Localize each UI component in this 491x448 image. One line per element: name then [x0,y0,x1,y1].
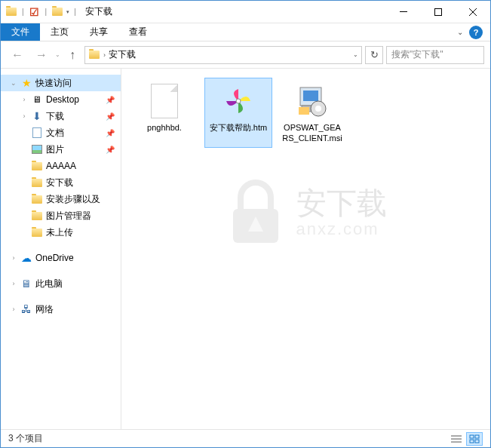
breadcrumb[interactable]: 安下载 [109,48,136,61]
up-button[interactable]: ↑ [63,46,81,64]
svg-rect-15 [470,435,474,438]
maximize-button[interactable] [421,1,456,23]
lock-icon [226,179,286,247]
cloud-icon: ☁ [20,252,32,264]
svg-point-4 [236,99,241,103]
tab-share[interactable]: 共享 [79,23,118,41]
forward-button[interactable]: → [31,44,52,66]
file-item[interactable]: OPSWAT_GEARS_CLIENT.msi [278,78,346,148]
close-icon [469,8,477,16]
sidebar-item-label: 图片管理器 [46,210,121,222]
sidebar-item-pictures[interactable]: 图片 📌 [1,141,121,158]
svg-rect-11 [233,209,278,243]
item-count: 3 个项目 [8,432,43,445]
search-placeholder: 搜索"安下载" [391,48,443,61]
folder-icon[interactable] [51,6,63,18]
file-thumbnail [219,81,258,121]
sidebar-item-label: 文档 [46,127,103,140]
folder-icon [31,176,43,189]
sidebar-item-downloads[interactable]: › ⬇ 下载 📌 [1,108,121,124]
sidebar-item-this-pc[interactable]: › 🖥 此电脑 [1,275,121,292]
expand-icon[interactable]: › [20,112,28,120]
download-icon: ⬇ [31,110,43,122]
minimize-icon [400,11,407,12]
pin-icon: 📌 [106,146,115,154]
minimize-button[interactable] [386,1,421,23]
sidebar-item-network[interactable]: › 🖧 网络 [1,301,121,318]
file-list-pane[interactable]: pnghhbd. 安下载帮助.htm [121,69,490,429]
properties-icon[interactable]: ☑ [29,6,41,18]
svg-rect-18 [475,440,479,443]
pin-icon: 📌 [106,112,115,121]
folder-icon [31,226,43,238]
watermark-subtext: anxz.com [296,219,387,239]
sidebar-item-not-uploaded[interactable]: 未上传 [1,224,121,241]
sidebar-item-label: 安装步骤以及 [46,193,121,206]
desktop-icon: 🖥 [31,94,43,106]
tab-home[interactable]: 主页 [40,23,79,41]
sidebar-item-desktop[interactable]: › 🖥 Desktop 📌 [1,91,121,108]
ribbon-tabs: 文件 主页 共享 查看 ⌄ ? [1,23,490,41]
collapse-icon[interactable]: ⌄ [10,79,17,87]
ribbon-expand-icon[interactable]: ⌄ [457,28,463,36]
close-button[interactable] [456,1,490,23]
sidebar-item-label: 未上传 [46,226,121,239]
folder-icon [5,6,17,18]
installer-icon [296,84,329,118]
file-name: OPSWAT_GEARS_CLIENT.msi [282,122,342,144]
watermark: 安下载 anxz.com [226,179,387,247]
file-name: 安下载帮助.htm [210,122,267,133]
chevron-right-icon: › [103,51,106,59]
sidebar-item-quick-access[interactable]: ⌄ ★ 快速访问 [1,75,121,91]
sidebar-item-install-steps[interactable]: 安装步骤以及 [1,191,121,207]
qat-separator: | [74,8,76,16]
search-input[interactable]: 搜索"安下载" [386,46,484,64]
svg-rect-0 [400,11,407,12]
sidebar-item-label: Desktop [46,94,103,105]
sidebar-item-label: 下载 [46,110,103,123]
qat-dropdown-icon[interactable]: ▾ [66,9,69,15]
file-item[interactable]: pnghhbd. [130,78,198,148]
tab-file[interactable]: 文件 [1,23,40,41]
icons-view-icon [469,434,480,443]
expand-icon[interactable]: › [10,254,17,262]
file-thumbnail [145,81,184,121]
expand-icon[interactable]: › [10,280,17,287]
titlebar: | ☑ | ▾ | 安下载 [1,1,490,23]
sidebar-item-label: 网络 [35,303,121,316]
sidebar-item-aaaaa[interactable]: AAAAA [1,158,121,174]
svg-rect-1 [435,8,442,15]
watermark-text: 安下载 [296,186,387,219]
file-item[interactable]: 安下载帮助.htm [204,78,272,148]
help-button[interactable]: ? [469,26,483,39]
sidebar-item-documents[interactable]: 文档 📌 [1,124,121,141]
sidebar-item-anxiazai[interactable]: 安下载 [1,174,121,191]
sidebar-item-label: OneDrive [35,253,121,263]
expand-icon[interactable]: › [20,96,28,103]
pinwheel-icon [223,86,253,116]
back-button[interactable]: ← [7,44,28,66]
sidebar-item-label: AAAAA [46,161,121,171]
folder-icon [31,210,43,222]
address-bar: ← → ⌄ ↑ › 安下载 ⌄ ↻ 搜索"安下载" [1,41,490,69]
sidebar-item-onedrive[interactable]: › ☁ OneDrive [1,250,121,266]
main-area: ⌄ ★ 快速访问 › 🖥 Desktop 📌 › ⬇ 下载 📌 文档 📌 [1,69,490,429]
quick-access-toolbar: | ☑ | ▾ | [1,6,79,18]
history-dropdown-icon[interactable]: ⌄ [55,51,60,58]
sidebar-item-label: 图片 [46,143,103,156]
star-icon: ★ [20,77,32,89]
details-view-button[interactable] [448,432,465,446]
folder-icon [88,49,100,61]
sidebar-item-pic-manager[interactable]: 图片管理器 [1,207,121,224]
refresh-button[interactable]: ↻ [365,46,383,64]
icons-view-button[interactable] [466,432,483,446]
sidebar-item-label: 此电脑 [35,278,121,290]
tab-view[interactable]: 查看 [118,23,158,41]
expand-icon[interactable]: › [10,305,17,313]
pictures-icon [31,143,43,155]
address-box[interactable]: › 安下载 ⌄ [84,46,362,64]
folder-icon [31,193,43,205]
network-icon: 🖧 [20,303,32,315]
address-dropdown-icon[interactable]: ⌄ [353,51,358,58]
pin-icon: 📌 [106,129,115,137]
